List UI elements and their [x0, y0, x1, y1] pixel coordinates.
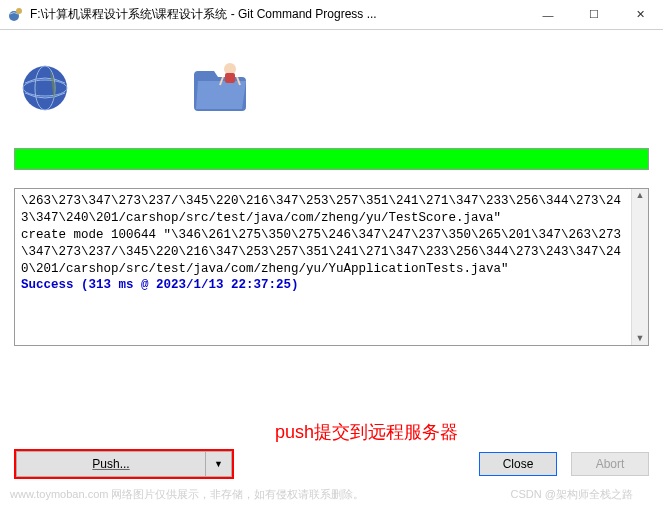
scrollbar[interactable]: ▲ ▼ [631, 189, 648, 345]
push-button-label: Push... [92, 457, 129, 471]
watermark-right: CSDN @架构师全栈之路 [511, 487, 633, 502]
progress-bar [14, 148, 649, 170]
push-button-highlight: Push... ▼ [14, 449, 234, 479]
push-dropdown-button[interactable]: ▼ [206, 451, 232, 477]
maximize-button[interactable]: ☐ [571, 0, 617, 29]
close-button[interactable]: Close [479, 452, 557, 476]
minimize-button[interactable]: — [525, 0, 571, 29]
titlebar: F:\计算机课程设计系统\课程设计系统 - Git Command Progre… [0, 0, 663, 30]
window-title: F:\计算机课程设计系统\课程设计系统 - Git Command Progre… [30, 6, 525, 23]
annotation-text: push提交到远程服务器 [275, 420, 458, 444]
abort-button-label: Abort [596, 457, 625, 471]
log-line: create mode 100644 "\346\261\275\350\275… [21, 227, 625, 278]
log-text[interactable]: \263\273\347\273\237/\345\220\216\347\25… [15, 189, 631, 345]
log-success: Success (313 ms @ 2023/1/13 22:37:25) [21, 277, 625, 294]
close-window-button[interactable]: ✕ [617, 0, 663, 29]
graphics-row [0, 30, 663, 148]
window-controls: — ☐ ✕ [525, 0, 663, 29]
button-row: Push... ▼ Close Abort [14, 450, 649, 478]
svg-rect-6 [225, 73, 235, 83]
watermark-left: www.toymoban.com 网络图片仅供展示，非存储，如有侵权请联系删除。 [10, 487, 364, 502]
log-line: \263\273\347\273\237/\345\220\216\347\25… [21, 193, 625, 227]
push-button[interactable]: Push... [16, 451, 206, 477]
chevron-down-icon: ▼ [214, 459, 223, 469]
scroll-up-icon[interactable]: ▲ [636, 191, 645, 200]
folder-person-icon [190, 59, 254, 120]
log-output: \263\273\347\273\237/\345\220\216\347\25… [14, 188, 649, 346]
app-icon [8, 7, 24, 23]
svg-point-2 [23, 66, 67, 110]
scroll-down-icon[interactable]: ▼ [636, 334, 645, 343]
globe-icon [20, 63, 70, 116]
svg-point-1 [16, 8, 22, 14]
close-button-label: Close [503, 457, 534, 471]
abort-button: Abort [571, 452, 649, 476]
